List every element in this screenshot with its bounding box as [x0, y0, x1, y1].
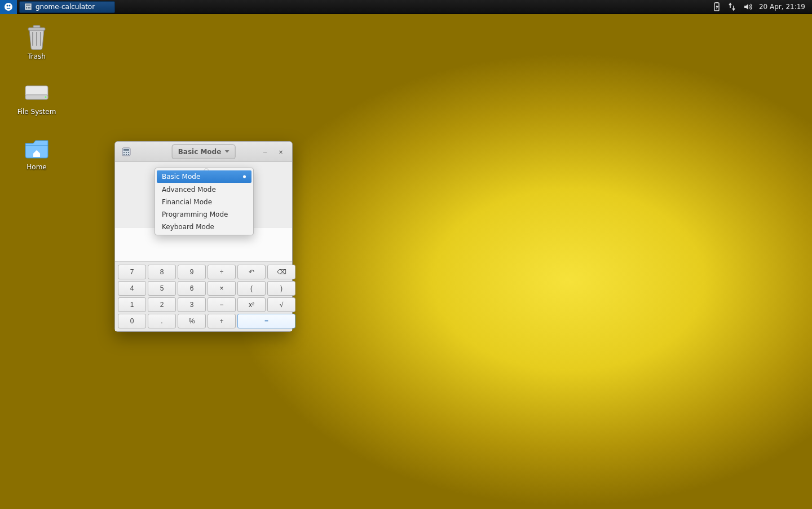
calculator-icon: [24, 3, 32, 11]
svg-rect-25: [128, 154, 129, 155]
key-3[interactable]: 3: [178, 297, 206, 312]
key-1[interactable]: 1: [118, 297, 146, 312]
mode-selector-button[interactable]: Basic Mode: [172, 144, 236, 159]
svg-rect-21: [126, 152, 127, 153]
mode-menu-financial[interactable]: Financial Mode: [155, 196, 253, 208]
key-0[interactable]: 0: [118, 314, 146, 328]
desktop-icon-label: File System: [17, 108, 56, 116]
drive-icon: [23, 78, 50, 106]
svg-rect-9: [28, 8, 29, 9]
minimize-button[interactable]: −: [257, 144, 273, 159]
svg-rect-23: [123, 154, 125, 155]
key-rparen[interactable]: ): [267, 281, 295, 296]
svg-rect-4: [26, 5, 30, 6]
mode-menu-basic[interactable]: Basic Mode: [157, 170, 251, 183]
key-lparen[interactable]: (: [237, 281, 266, 296]
app-launcher[interactable]: [0, 0, 17, 14]
key-sqrt[interactable]: √: [267, 297, 295, 312]
network-icon[interactable]: [727, 2, 736, 11]
svg-point-2: [9, 5, 11, 7]
svg-rect-20: [123, 152, 125, 153]
desktop-icon-filesystem[interactable]: File System: [6, 75, 68, 119]
folder-home-icon: [23, 134, 50, 161]
svg-rect-5: [26, 7, 27, 8]
key-percent[interactable]: %: [178, 314, 206, 328]
key-divide[interactable]: ÷: [208, 265, 236, 279]
svg-rect-14: [33, 25, 40, 28]
svg-rect-16: [25, 95, 48, 99]
key-dot[interactable]: .: [148, 314, 176, 328]
desktop-icon-home[interactable]: Home: [6, 130, 68, 174]
key-plus[interactable]: +: [208, 314, 236, 328]
key-minus[interactable]: −: [208, 297, 236, 312]
svg-rect-7: [29, 7, 30, 8]
mode-menu-advanced[interactable]: Advanced Mode: [155, 183, 253, 196]
key-9[interactable]: 9: [178, 265, 206, 279]
svg-point-1: [7, 5, 8, 7]
mode-menu-programming[interactable]: Programming Mode: [155, 208, 253, 221]
battery-icon[interactable]: [713, 2, 721, 11]
svg-rect-24: [126, 154, 127, 155]
key-5[interactable]: 5: [148, 281, 176, 296]
xfce-logo-icon: [4, 2, 13, 11]
svg-rect-6: [28, 7, 29, 8]
mode-selector-label: Basic Mode: [178, 148, 222, 156]
desktop: Trash File System Home: [6, 20, 68, 174]
taskbar-button-label: gnome-calculator: [36, 3, 95, 11]
desktop-icon-label: Home: [27, 163, 46, 171]
panel-clock[interactable]: 20 Apr, 21:19: [759, 3, 805, 11]
calculator-window: Basic Mode − × Basic Mode Advanced Mode …: [114, 141, 293, 332]
key-equals[interactable]: =: [237, 314, 295, 328]
volume-icon[interactable]: [743, 2, 752, 11]
calculator-keypad: 7 8 9 ÷ ↶ ⌫ 4 5 6 × ( ) 1 2 3 − x² √ 0 .…: [115, 262, 292, 331]
taskbar-button-calculator[interactable]: gnome-calculator: [19, 1, 115, 13]
desktop-icon-trash[interactable]: Trash: [6, 20, 68, 64]
key-8[interactable]: 8: [148, 265, 176, 279]
desktop-icon-label: Trash: [28, 52, 46, 60]
top-panel: gnome-calculator 20 Apr, 21:19: [0, 0, 812, 14]
svg-rect-12: [716, 2, 718, 3]
trash-icon: [23, 23, 50, 50]
chevron-down-icon: [224, 150, 229, 153]
system-tray: 20 Apr, 21:19: [713, 2, 812, 11]
svg-point-17: [45, 96, 47, 98]
calculator-icon: [121, 146, 132, 157]
mode-menu-keyboard[interactable]: Keyboard Mode: [155, 221, 253, 233]
svg-rect-8: [26, 8, 27, 9]
key-4[interactable]: 4: [118, 281, 146, 296]
close-button[interactable]: ×: [273, 144, 289, 159]
svg-rect-10: [29, 8, 30, 9]
key-backspace[interactable]: ⌫: [267, 265, 295, 279]
key-6[interactable]: 6: [178, 281, 206, 296]
svg-rect-19: [123, 149, 129, 151]
key-7[interactable]: 7: [118, 265, 146, 279]
calculator-titlebar[interactable]: Basic Mode − ×: [115, 142, 292, 162]
key-undo[interactable]: ↶: [237, 265, 266, 279]
key-multiply[interactable]: ×: [208, 281, 236, 296]
mode-menu: Basic Mode Advanced Mode Financial Mode …: [155, 168, 254, 235]
svg-rect-13: [28, 28, 45, 30]
svg-point-0: [5, 3, 12, 11]
key-2[interactable]: 2: [148, 297, 176, 312]
svg-rect-22: [128, 152, 129, 153]
key-square[interactable]: x²: [237, 297, 266, 312]
